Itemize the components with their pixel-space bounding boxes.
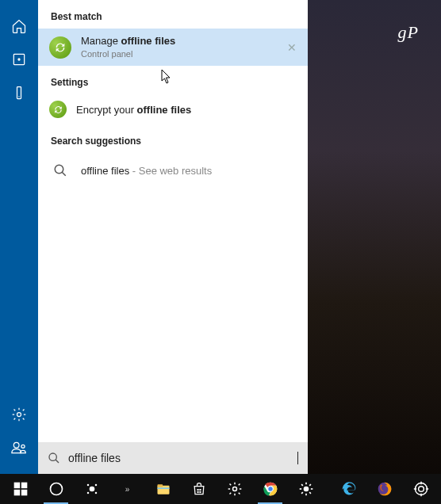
result-subtitle: Control panel	[81, 48, 175, 59]
svg-line-40	[301, 492, 303, 494]
svg-point-7	[55, 165, 63, 174]
svg-point-4	[17, 413, 21, 417]
svg-point-16	[89, 487, 94, 492]
svg-point-19	[86, 492, 89, 494]
file-explorer-button[interactable]	[146, 474, 180, 504]
svg-point-20	[94, 492, 97, 494]
svg-rect-26	[197, 491, 198, 493]
mouse-cursor	[161, 69, 172, 85]
start-button[interactable]	[3, 474, 37, 504]
svg-line-38	[301, 484, 303, 486]
svg-line-41	[309, 484, 311, 486]
svg-point-17	[86, 484, 89, 487]
sync-icon	[49, 101, 67, 118]
result-title: offline files - See web results	[81, 165, 212, 177]
best-match-header: Best match	[38, 0, 308, 29]
svg-rect-27	[199, 491, 201, 493]
svg-point-43	[415, 483, 427, 495]
target-icon[interactable]	[404, 474, 438, 504]
brightness-button[interactable]	[289, 474, 323, 504]
svg-rect-23	[157, 487, 169, 489]
svg-point-33	[303, 487, 309, 492]
firefox-button[interactable]	[368, 474, 402, 504]
search-box[interactable]	[38, 442, 308, 474]
svg-rect-25	[199, 489, 201, 491]
svg-rect-24	[197, 489, 198, 491]
svg-point-3	[18, 96, 19, 97]
result-web-search[interactable]: offline files - See web results	[38, 153, 308, 188]
user-account-icon[interactable]	[0, 431, 38, 464]
taskbar: »	[0, 474, 441, 504]
suggestions-header: Search suggestions	[38, 124, 308, 153]
svg-point-44	[418, 487, 424, 492]
svg-rect-11	[13, 483, 20, 489]
start-left-rail	[0, 0, 38, 474]
watermark-text: gP	[398, 22, 419, 43]
settings-header: Settings	[38, 66, 308, 94]
search-icon	[48, 452, 60, 464]
svg-rect-22	[157, 484, 163, 487]
home-icon[interactable]	[0, 10, 38, 43]
svg-point-5	[13, 442, 19, 448]
start-search-panel: Best match Manage offline files Control …	[0, 0, 308, 474]
taskbar-app-1[interactable]	[75, 474, 109, 504]
chrome-button[interactable]	[253, 474, 287, 504]
svg-rect-14	[21, 490, 27, 496]
svg-rect-12	[21, 483, 27, 489]
svg-point-9	[49, 453, 56, 460]
result-title: Manage offline files	[81, 35, 175, 48]
svg-line-10	[56, 460, 59, 463]
svg-point-28	[232, 487, 236, 491]
edge-button[interactable]	[332, 474, 366, 504]
taskbar-overflow[interactable]: »	[110, 474, 144, 504]
photos-icon[interactable]	[0, 43, 38, 76]
sync-icon	[49, 36, 71, 59]
devices-icon[interactable]	[0, 76, 38, 109]
search-results-column: Best match Manage offline files Control …	[38, 0, 308, 474]
search-icon	[49, 159, 71, 181]
svg-point-15	[50, 483, 62, 495]
svg-point-1	[17, 58, 20, 60]
result-manage-offline-files[interactable]: Manage offline files Control panel ✕	[38, 29, 308, 66]
cortana-button[interactable]	[39, 474, 73, 504]
svg-point-18	[94, 484, 97, 487]
search-input[interactable]	[68, 452, 297, 464]
result-encrypt-offline-files[interactable]: Encrypt your offline files	[38, 94, 308, 124]
close-icon[interactable]: ✕	[287, 41, 297, 54]
svg-rect-13	[13, 490, 20, 496]
svg-line-39	[309, 492, 311, 494]
svg-line-8	[62, 172, 66, 176]
settings-gear-icon[interactable]	[0, 398, 38, 431]
result-title: Encrypt your offline files	[76, 104, 191, 116]
store-button[interactable]	[182, 474, 216, 504]
text-caret	[297, 452, 298, 464]
settings-button[interactable]	[217, 474, 251, 504]
svg-point-6	[21, 445, 25, 448]
